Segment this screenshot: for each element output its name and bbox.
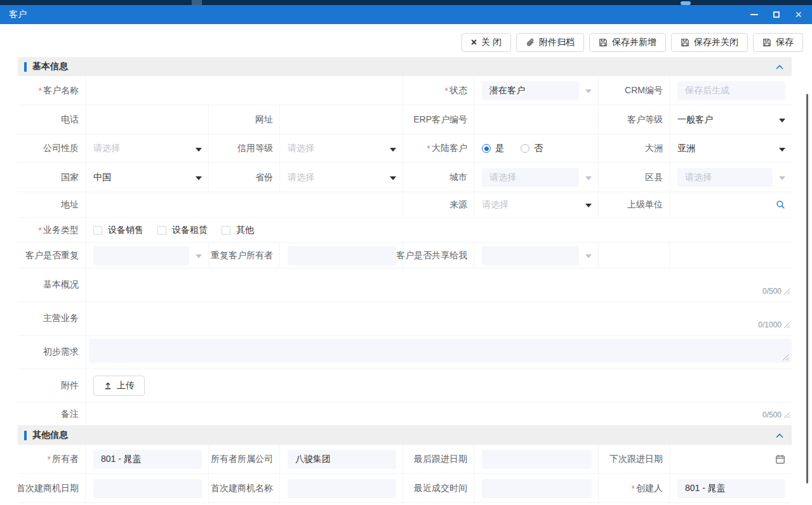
status-select[interactable]: 潜在客户 xyxy=(474,76,598,105)
resize-handle-icon[interactable] xyxy=(783,412,790,419)
section-title: 其他信息 xyxy=(32,430,68,441)
overview-textarea[interactable] xyxy=(85,268,792,301)
save-icon xyxy=(762,38,771,47)
creator-field: 801 - 晁盖 xyxy=(669,474,792,502)
last-deal-time-field xyxy=(474,474,598,502)
checkbox-equipment-rental[interactable]: 设备租赁 xyxy=(157,225,208,236)
district-value-box: 请选择 xyxy=(677,168,773,187)
radio-yes[interactable]: 是 xyxy=(482,143,504,154)
country-select[interactable]: 中国 xyxy=(85,163,208,192)
status-value-box[interactable]: 潜在客户 xyxy=(482,81,579,100)
archive-attachments-button[interactable]: 附件归档 xyxy=(516,33,584,52)
duplicate-owner-label: 重复客户所有者 xyxy=(208,243,279,268)
province-select[interactable]: 请选择 xyxy=(279,163,403,192)
form-row: *客户名称 *状态 潜在客户 CRM编号 保存后生成 xyxy=(18,76,792,105)
chevron-down-icon xyxy=(196,176,202,180)
phone-label: 电话 xyxy=(18,105,85,134)
save-button[interactable]: 保存 xyxy=(753,33,803,52)
upload-button[interactable]: 上传 xyxy=(93,376,145,396)
window-controls: × xyxy=(750,10,802,20)
section-accent-bar xyxy=(24,431,27,440)
source-select[interactable]: 请选择 xyxy=(474,192,598,217)
chevron-up-icon[interactable] xyxy=(775,432,784,439)
attachment-field: 上传 xyxy=(85,369,792,402)
last-follow-date-label: 最后跟进日期 xyxy=(403,445,474,473)
save-and-new-button[interactable]: 保存并新增 xyxy=(589,33,666,52)
first-opp-name-label: 首次建商机名称 xyxy=(208,474,279,502)
credit-select[interactable]: 请选择 xyxy=(279,134,403,162)
calendar-icon[interactable] xyxy=(775,454,785,464)
checkbox-equipment-sales[interactable]: 设备销售 xyxy=(93,225,143,236)
checkbox-other[interactable]: 其他 xyxy=(222,225,254,236)
close-button[interactable]: × 关 闭 xyxy=(462,33,511,52)
form-row: 首次建商机日期 首次建商机名称 最近成交时间 *创建人 801 - 晁盖 xyxy=(18,474,792,503)
shared-to-me-select-disabled xyxy=(474,243,598,268)
owner-input: 801 - 晁盖 xyxy=(93,450,202,469)
erp-no-input[interactable] xyxy=(474,105,598,134)
business-type-checkbox-group: 设备销售 设备租赁 其他 xyxy=(85,218,792,242)
website-input[interactable] xyxy=(279,105,403,134)
form-row: 初步需求 xyxy=(18,336,792,369)
save-and-close-button[interactable]: 保存并关闭 xyxy=(671,33,748,52)
continent-label: 大洲 xyxy=(598,134,669,162)
creator-label: *创建人 xyxy=(598,474,669,502)
maximize-icon[interactable] xyxy=(773,11,780,18)
address-input[interactable] xyxy=(85,192,403,217)
background-app-strip xyxy=(0,0,812,5)
attachment-label: 附件 xyxy=(18,369,85,402)
section-header-basic: 基本信息 xyxy=(18,57,792,76)
company-nature-select[interactable]: 请选择 xyxy=(85,134,208,162)
continent-select[interactable]: 亚洲 xyxy=(669,134,792,162)
first-opp-date-label: 首次建商机日期 xyxy=(18,474,85,502)
section-accent-bar xyxy=(24,62,27,72)
last-deal-time-label: 最近成交时间 xyxy=(403,474,474,502)
window-titlebar: 客户 × xyxy=(0,5,812,24)
close-icon: × xyxy=(471,38,477,47)
last-follow-date-input xyxy=(482,450,592,469)
overview-counter: 0/500 xyxy=(762,287,790,296)
remark-textarea[interactable] xyxy=(85,403,792,425)
toolbar: × 关 闭 附件归档 保存并新增 保存并关闭 保存 xyxy=(0,24,812,52)
form-row: 电话 网址 ERP客户编号 客户等级 一般客户 xyxy=(18,105,792,134)
parent-unit-input[interactable] xyxy=(669,192,792,217)
shared-to-me-label: 客户是否共享给我 xyxy=(403,243,474,268)
form-row: 基本概况 0/500 xyxy=(18,268,792,302)
owner-company-field: 八骏集团 xyxy=(279,445,403,473)
phone-input[interactable] xyxy=(85,105,208,134)
minimize-icon[interactable] xyxy=(750,14,758,15)
background-tab-fragment xyxy=(192,0,202,5)
window-title: 客户 xyxy=(9,9,27,20)
last-deal-time-input xyxy=(482,479,592,498)
radio-no[interactable]: 否 xyxy=(521,143,543,154)
chevron-down-icon xyxy=(585,89,592,93)
form-row: *所有者 801 - 晁盖 所有者所属公司 八骏集团 最后跟进日期 下次跟进日期 xyxy=(18,445,792,474)
checkbox-icon xyxy=(157,226,166,235)
resize-handle-icon[interactable] xyxy=(783,322,790,329)
resize-handle-icon[interactable] xyxy=(783,288,790,295)
city-label: 城市 xyxy=(403,163,474,192)
form-row: 国家 中国 省份 请选择 城市 请选择 区县 请选择 xyxy=(18,163,792,192)
level-select[interactable]: 一般客户 xyxy=(669,105,792,134)
is-duplicate-label: 客户是否重复 xyxy=(18,243,85,268)
form-row: 地址 来源 请选择 上级单位 xyxy=(18,192,792,218)
chevron-down-icon xyxy=(196,254,202,258)
level-label: 客户等级 xyxy=(598,105,669,134)
search-icon[interactable] xyxy=(776,200,785,209)
scrollbar-thumb[interactable] xyxy=(806,94,808,483)
resize-handle-icon[interactable] xyxy=(782,354,789,361)
chevron-up-icon[interactable] xyxy=(775,63,784,70)
remark-counter: 0/500 xyxy=(762,410,790,419)
initial-demand-textarea[interactable] xyxy=(89,339,792,363)
main-business-textarea[interactable] xyxy=(85,302,792,335)
owner-company-label: 所有者所属公司 xyxy=(208,445,279,473)
customer-name-input[interactable] xyxy=(85,76,403,105)
next-follow-date-input[interactable] xyxy=(669,445,792,473)
erp-no-label: ERP客户编号 xyxy=(403,105,474,134)
parent-unit-label: 上级单位 xyxy=(598,192,669,217)
section-title: 基本信息 xyxy=(32,61,68,72)
first-opp-name-input xyxy=(288,479,396,498)
close-icon[interactable]: × xyxy=(795,10,802,20)
background-highlight-fragment xyxy=(681,1,691,5)
form-row: *业务类型 设备销售 设备租赁 其他 xyxy=(18,218,792,243)
last-follow-date-field xyxy=(474,445,598,473)
